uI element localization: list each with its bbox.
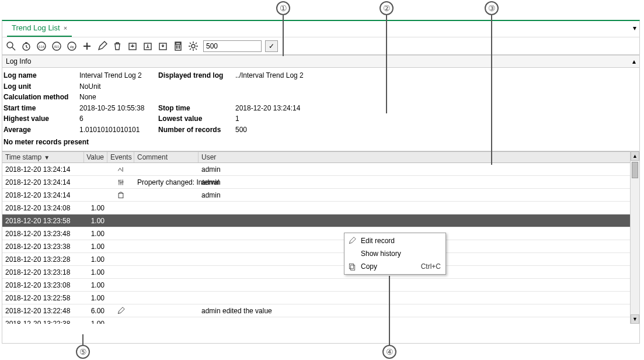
tab-close-icon[interactable]: ×	[64, 25, 67, 32]
scroll-thumb[interactable]	[632, 162, 638, 178]
cell-value	[84, 189, 107, 201]
cell-comment	[134, 227, 199, 240]
callout-1: ①	[276, 1, 290, 15]
cell-timestamp: 2018-12-20 13:23:38	[2, 240, 84, 252]
cell-timestamp: 2018-12-20 13:23:08	[2, 279, 84, 291]
cell-value: 1.00	[84, 253, 107, 265]
clock-icon[interactable]	[20, 40, 33, 53]
scroll-down-icon[interactable]: ▼	[631, 314, 639, 324]
export-csv-icon[interactable]	[156, 40, 169, 53]
table-row[interactable]: 2018-12-20 13:24:14Property changed: Int…	[2, 176, 639, 189]
delete-icon[interactable]	[111, 40, 124, 53]
label-numrec: Number of records	[158, 124, 235, 136]
label-calc: Calculation method	[4, 92, 79, 103]
cell-value: 1.00	[84, 202, 107, 214]
cell-timestamp: 2018-12-20 13:22:58	[2, 292, 84, 304]
table-row[interactable]: 2018-12-20 13:22:486.00admin edited the …	[2, 304, 639, 317]
svg-rect-19	[349, 264, 353, 269]
cell-value: 1.00	[84, 317, 107, 324]
apply-button[interactable]: ✓	[265, 40, 278, 52]
export-xml-icon[interactable]	[126, 40, 139, 53]
cell-event-icon	[107, 292, 134, 304]
tab-title: Trend Log List	[12, 23, 60, 32]
cell-timestamp: 2018-12-20 13:24:08	[2, 202, 84, 214]
callout-5: ⑤	[76, 345, 90, 359]
panel-menu-arrow[interactable]: ▾	[633, 24, 636, 32]
cell-comment	[134, 304, 199, 317]
col-events[interactable]: Events	[107, 152, 134, 162]
ctx-copy[interactable]: Copy Ctrl+C	[344, 260, 445, 273]
col-comment[interactable]: Comment	[134, 152, 199, 162]
cell-user: admin	[199, 176, 639, 188]
cell-event-icon	[107, 279, 134, 291]
table-row[interactable]: 2018-12-20 13:23:381.00	[2, 240, 639, 253]
calculator-icon[interactable]	[172, 40, 185, 53]
section-log-info[interactable]: Log Info ▴	[2, 55, 639, 68]
table-row[interactable]: 2018-12-20 13:24:14admin	[2, 189, 639, 202]
table-row[interactable]: 2018-12-20 13:23:581.00	[2, 214, 639, 227]
svg-text:0.14: 0.14	[39, 45, 44, 49]
pencil-icon	[347, 237, 357, 245]
tab-bar: Trend Log List ×	[2, 21, 639, 37]
cell-timestamp: 2018-12-20 13:22:48	[2, 304, 84, 317]
tab-trend-log-list[interactable]: Trend Log List ×	[7, 20, 72, 37]
import-csv-icon[interactable]	[141, 40, 154, 53]
col-value[interactable]: Value	[84, 152, 107, 162]
cell-event-icon	[107, 266, 134, 278]
vertical-scrollbar[interactable]: ▲ ▼	[630, 151, 639, 324]
collapse-icon[interactable]: ▴	[632, 57, 636, 65]
cell-comment	[134, 317, 199, 324]
table-row[interactable]: 2018-12-20 13:22:381.00	[2, 317, 204, 324]
scroll-up-icon[interactable]: ▲	[631, 151, 639, 161]
label-highest: Highest value	[4, 113, 79, 124]
label-start: Start time	[4, 103, 79, 114]
cell-value: 1.00	[84, 227, 107, 240]
context-menu: Edit record Show history Copy Ctrl+C	[344, 233, 446, 275]
add-icon[interactable]	[81, 40, 93, 53]
records-input[interactable]	[203, 40, 262, 52]
callout-2: ②	[380, 1, 394, 15]
table-row[interactable]: 2018-12-20 13:23:081.00	[2, 279, 639, 292]
table-row[interactable]: 2018-12-20 13:23:481.00	[2, 227, 639, 240]
svg-text:dig: dig	[70, 45, 74, 49]
search-icon[interactable]	[5, 40, 18, 53]
settings-icon[interactable]	[187, 40, 200, 53]
cell-event-icon	[107, 176, 134, 188]
cell-timestamp: 2018-12-20 13:23:18	[2, 266, 84, 278]
decimals-icon[interactable]: 0.14	[35, 40, 48, 53]
ctx-shortcut: Ctrl+C	[421, 262, 441, 271]
copy-icon	[347, 262, 357, 271]
svg-point-16	[179, 47, 179, 48]
cell-timestamp: 2018-12-20 13:24:14	[2, 163, 84, 175]
table-row[interactable]: 2018-12-20 13:23:281.00	[2, 253, 639, 266]
cell-timestamp: 2018-12-20 13:22:38	[2, 317, 84, 324]
edit-icon[interactable]	[96, 40, 109, 53]
cell-timestamp: 2018-12-20 13:23:28	[2, 253, 84, 265]
sort-desc-icon: ▼	[44, 154, 50, 161]
ctx-show-history[interactable]: Show history	[344, 247, 445, 260]
svg-rect-20	[351, 265, 355, 271]
ctx-label: Copy	[361, 262, 377, 271]
value-log-unit: NoUnit	[79, 81, 158, 92]
value-numrec: 500	[235, 124, 247, 136]
cell-value: 1.00	[84, 240, 107, 252]
svg-point-14	[179, 46, 179, 46]
ctx-edit-record[interactable]: Edit record	[344, 234, 445, 247]
table-row[interactable]: 2018-12-20 13:24:081.00	[2, 202, 639, 214]
digital-icon[interactable]: dig	[65, 40, 78, 53]
value-average: 1.01010101010101	[79, 124, 158, 136]
col-user[interactable]: User	[199, 152, 639, 162]
value-calc: None	[79, 92, 158, 103]
table-row[interactable]: 2018-12-20 13:22:581.00	[2, 292, 639, 304]
cell-user	[199, 202, 639, 214]
cell-comment	[134, 266, 199, 278]
iso-icon[interactable]: ISO	[50, 40, 63, 53]
table-row[interactable]: 2018-12-20 13:23:181.00	[2, 266, 639, 279]
col-timestamp[interactable]: Time stamp▼	[2, 152, 84, 162]
svg-rect-12	[176, 43, 180, 44]
label-log-name: Log name	[4, 70, 79, 81]
cell-comment	[134, 240, 199, 252]
cell-comment	[134, 189, 199, 201]
table-row[interactable]: 2018-12-20 13:24:14admin	[2, 163, 639, 176]
cell-user: admin	[199, 163, 639, 175]
